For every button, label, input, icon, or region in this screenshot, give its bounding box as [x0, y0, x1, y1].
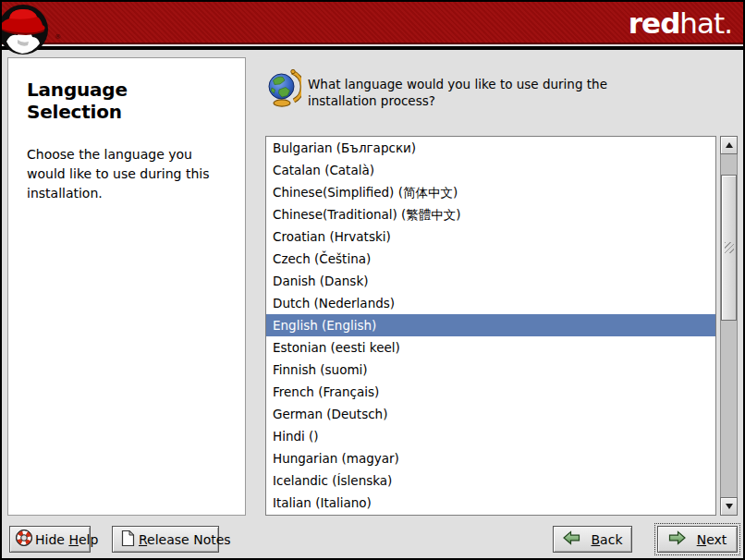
language-option[interactable]: Hungarian (magyar) — [266, 447, 715, 469]
language-option[interactable]: Estonian (eesti keel) — [266, 336, 715, 359]
language-option[interactable]: Catalan (Català) — [266, 159, 715, 181]
down-arrow-icon — [726, 504, 733, 509]
back-button[interactable]: Back — [553, 526, 632, 553]
language-option[interactable]: Finnish (suomi) — [266, 359, 715, 381]
language-option[interactable]: Danish (Dansk) — [266, 270, 715, 292]
page-title: Language Selection — [27, 79, 226, 123]
next-arrow-icon — [668, 530, 686, 548]
back-label: Back — [592, 532, 623, 547]
up-arrow-icon — [726, 142, 733, 148]
hide-help-button[interactable]: Hide Help — [9, 526, 91, 553]
release-notes-button[interactable]: Release Notes — [112, 526, 219, 553]
wordmark-light: hat. — [679, 6, 732, 40]
release-notes-label: Release Notes — [139, 532, 231, 547]
hide-help-label: Hide Help — [35, 532, 98, 547]
scroll-down-button[interactable] — [720, 497, 738, 516]
help-panel: Language Selection Choose the language y… — [7, 57, 246, 516]
language-option[interactable]: Hindi () — [266, 425, 715, 447]
language-list[interactable]: Bulgarian (Български)Catalan (Català)Chi… — [265, 136, 716, 516]
back-arrow-icon — [563, 530, 580, 548]
globe-icon — [266, 68, 301, 111]
logo-trademark: ® — [55, 33, 61, 41]
language-list-scrollbar[interactable] — [720, 136, 738, 516]
language-option[interactable]: Czech (Čeština) — [266, 248, 715, 270]
scroll-up-button[interactable] — [720, 136, 738, 154]
redhat-wordmark: redhat. — [629, 6, 732, 40]
help-lifebuoy-icon — [15, 529, 33, 550]
scrollbar-trough[interactable] — [720, 154, 738, 497]
banner-separator — [2, 46, 743, 50]
language-option[interactable]: Chinese(Simplified) (简体中文) — [266, 181, 715, 203]
language-option[interactable]: Italian (Italiano) — [266, 492, 715, 514]
language-option[interactable]: French (Français) — [266, 381, 715, 403]
language-option[interactable]: Croatian (Hrvatski) — [266, 225, 715, 248]
next-button[interactable]: Next — [657, 526, 738, 553]
next-label: Next — [697, 532, 727, 547]
release-notes-document-icon — [119, 530, 136, 550]
redhat-shadowman-logo-icon — [0, 3, 54, 60]
scrollbar-thumb[interactable] — [721, 175, 737, 321]
language-option[interactable]: Chinese(Traditional) (繁體中文) — [266, 203, 715, 225]
language-option[interactable]: German (Deutsch) — [266, 403, 715, 425]
help-text: Choose the language you would like to us… — [27, 145, 226, 203]
language-option[interactable]: Dutch (Nederlands) — [266, 292, 715, 314]
language-option[interactable]: Icelandic (Íslenska) — [266, 469, 715, 492]
language-option[interactable]: Bulgarian (Български) — [266, 137, 715, 159]
installer-window: redhat. ® Language Selection Choose the … — [0, 0, 745, 560]
banner: redhat. — [2, 2, 743, 44]
wordmark-bold: red — [629, 6, 680, 40]
question-text: What language would you like to use duri… — [308, 76, 652, 109]
language-option[interactable]: English (English) — [266, 314, 715, 336]
